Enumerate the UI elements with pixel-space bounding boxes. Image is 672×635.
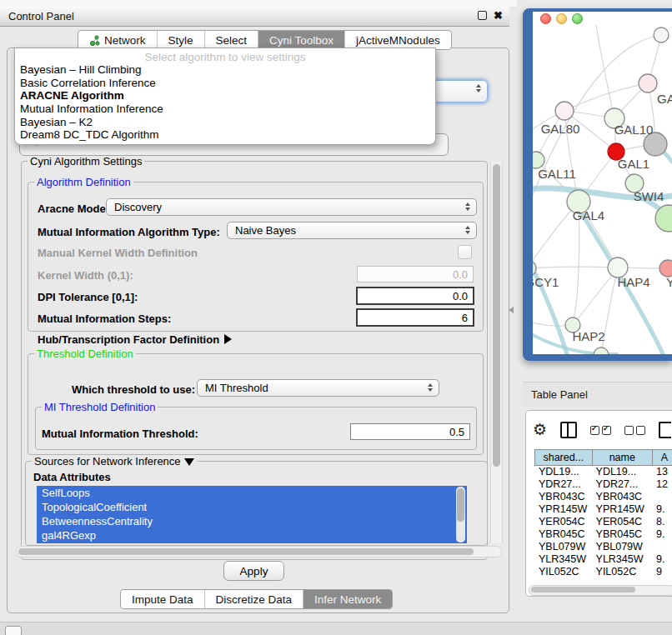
algorithm-item-dream8-dc-tdc-algorithm[interactable]: Dream8 DC_TDC Algorithm [15,128,435,142]
attribute-item-gal4rgexp[interactable]: gal4RGexp [37,528,467,542]
node-top-partial[interactable] [654,28,669,42]
mi-type-label: Mutual Information Algorithm Type: [38,226,220,238]
float-panel-icon[interactable] [478,11,487,20]
network-edge [596,25,614,118]
node-label-gal1: GAL1 [618,157,649,171]
attribute-item-selfloops[interactable]: SelfLoops [37,486,467,500]
which-threshold-combobox[interactable]: MI Threshold [197,379,439,397]
network-graph[interactable]: GALGAL80GAL10GAL1SWI4GAL11GAL4GCY1HAP4YH… [533,12,672,354]
kernel-width-field[interactable]: 0.0 [357,266,474,282]
settings-vertical-scrollbar[interactable] [490,162,503,543]
table-cell: YDL19... [592,466,652,478]
sources-title-text: Sources for Network Inference [34,455,181,468]
sources-title[interactable]: Sources for Network Inference [32,455,197,468]
algorithm-item-bayesian-k2[interactable]: Bayesian – K2 [15,116,435,129]
node-salmon[interactable] [659,260,672,277]
table-horizontal-scrollbar[interactable] [529,585,672,596]
node-label-gcy1: GCY1 [533,275,559,289]
tab-label: Discretize Data [216,593,293,606]
apply-button[interactable]: Apply [223,561,284,581]
node-label-gal: GAL [657,92,672,106]
gear-icon[interactable]: ⚙ [533,422,547,438]
mi-threshold-label: Mutual Information Threshold: [42,428,198,440]
algorithm-item-aracne-algorithm[interactable]: ARACNE Algorithm [15,89,435,102]
collapse-down-icon[interactable] [184,458,194,466]
settings-horizontal-scrollbar[interactable] [16,546,502,558]
table-cell: YDL19... [534,466,592,478]
attributes-scrollbar[interactable] [456,487,465,542]
node-label-gal4: GAL4 [573,208,604,222]
column-header-name[interactable]: name [592,449,652,466]
algorithm-combobox-fragment[interactable] [433,80,488,102]
tab-select[interactable]: Select [205,31,259,49]
algorithm-popup: Select algorithm to view settings Bayesi… [14,48,436,145]
expand-right-icon[interactable] [224,334,232,344]
manual-kernel-label: Manual Kernel Width Definition [38,247,198,259]
attribute-item-betweennesscentrality[interactable]: BetweennessCentrality [37,514,467,528]
hub-definition-toggle[interactable]: Hub/Transcription Factor Definition [38,333,232,346]
table-cell: YPR145W [592,503,652,516]
table-cell: YBR043C [592,491,652,503]
tab-infer-network[interactable]: Infer Network [303,590,392,608]
tab-style[interactable]: Style [158,31,205,49]
table-cell: YPR145W [534,503,592,516]
algorithm-definition-title: Algorithm Definition [34,176,133,188]
node-gal80[interactable] [555,102,574,120]
aracne-mode-combobox[interactable]: Discovery [106,198,477,216]
table-cell: 8. [652,516,672,528]
table-cell: 13 [652,466,672,478]
network-window: GALGAL80GAL10GAL1SWI4GAL11GAL4GCY1HAP4YH… [523,8,672,361]
table-cell: 9. [652,553,672,566]
table-row[interactable]: YBR043CYBR043C [534,491,672,503]
algorithm-item-mutual-information-inference[interactable]: Mutual Information Inference [15,102,435,116]
table-row[interactable]: YIL052CYIL052C9 [534,566,672,578]
column-icon[interactable] [659,422,671,438]
table-row[interactable]: YPR145WYPR145W9. [534,503,672,516]
table-row[interactable]: YLR345WYLR345W9. [534,553,672,566]
mi-steps-field[interactable]: 6 [356,308,474,327]
manual-kernel-checkbox[interactable] [458,245,472,259]
node-bottom-partial[interactable] [594,348,609,354]
column-header-a[interactable]: A [652,449,672,466]
mi-steps-label: Mutual Information Steps: [38,312,171,325]
tab-label: jActiveMNodules [356,34,440,47]
node-gal11[interactable] [533,152,544,168]
tab-cyni-toolbox[interactable]: Cyni Toolbox [258,31,345,49]
tab-impute-data[interactable]: Impute Data [121,590,205,608]
select-all-icon[interactable] [590,426,611,435]
algorithm-popup-placeholder: Select algorithm to view settings [15,51,435,63]
node-label-hap2: HAP2 [572,329,604,343]
column-header-shared[interactable]: shared... [534,449,592,466]
node-gal7[interactable] [639,74,657,92]
mi-threshold-field[interactable]: 0.5 [350,423,470,440]
table-cell: YIL052C [534,566,592,578]
node-table[interactable]: shared...nameA YDL19...YDL19...13YDR27..… [534,449,672,582]
node-label-hap4: HAP4 [617,275,649,289]
tab-network[interactable]: Network [78,31,158,49]
mi-threshold-title: MI Threshold Definition [42,401,158,413]
tab-jactivemnodules[interactable]: jActiveMNodules [345,31,451,49]
table-cell: 9. [652,528,672,541]
panel-resize-arrow-icon[interactable] [509,307,514,313]
deselect-all-icon[interactable] [624,426,645,435]
bottom-tabbar: Impute DataDiscretize DataInfer Network [120,589,393,609]
table-row[interactable]: YDR27...YDR27...12 [534,478,672,491]
algorithm-item-basic-correlation-inference[interactable]: Basic Correlation Inference [15,77,435,90]
mi-type-combobox[interactable]: Naive Bayes [227,222,477,239]
split-columns-icon[interactable] [560,422,577,438]
table-row[interactable]: YBL079WYBL079W [534,541,672,553]
attribute-item-topologicalcoefficient[interactable]: TopologicalCoefficient [37,500,467,514]
table-row[interactable]: YDL19...YDL19...13 [534,466,672,478]
network-canvas[interactable]: GALGAL80GAL10GAL1SWI4GAL11GAL4GCY1HAP4YH… [533,12,672,354]
table-panel: ⚙ shared...nameA YDL19...YDL19...13YDR27… [525,410,672,597]
dpi-tolerance-field[interactable]: 0.0 [356,287,474,305]
aracne-mode-label: Aracne Mode: [38,202,109,215]
table-row[interactable]: YBR045CYBR045C9. [534,528,672,541]
table-cell: YBR043C [534,491,592,503]
tab-label: Cyni Toolbox [269,34,333,47]
tab-discretize-data[interactable]: Discretize Data [205,590,304,608]
data-attributes-list[interactable]: SelfLoopsTopologicalCoefficientBetweenne… [37,486,467,543]
algorithm-item-bayesian-hill-climbing[interactable]: Bayesian – Hill Climbing [15,63,435,77]
close-panel-icon[interactable]: ✖ [494,10,503,21]
table-row[interactable]: YER054CYER054C8. [534,516,672,528]
